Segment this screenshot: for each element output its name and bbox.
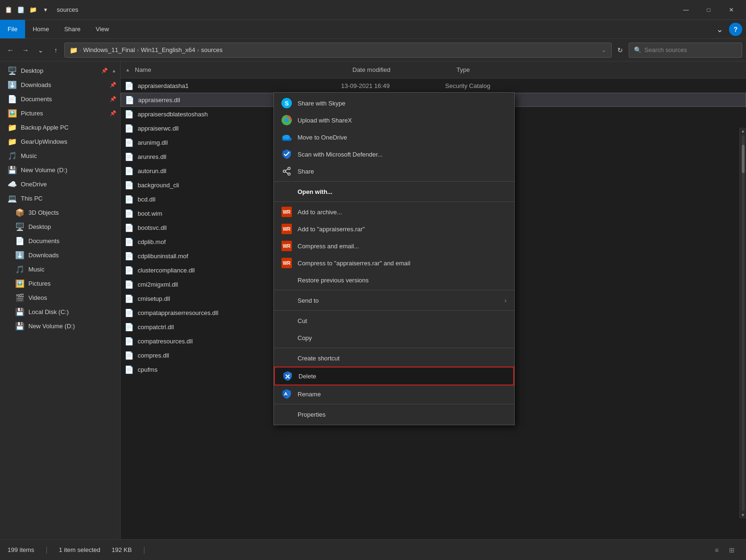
file-icon: 📄 [124, 110, 134, 119]
sidebar-item-pictures-quick[interactable]: 🖼️ Pictures 📌 [0, 106, 120, 120]
ctx-item-rename[interactable]: Rename [274, 385, 514, 402]
music-icon-quick: 🎵 [8, 151, 17, 160]
search-box[interactable]: 🔍 Search sources [629, 43, 742, 58]
ctx-item-copy[interactable]: Copy [274, 329, 514, 346]
svg-point-5 [282, 135, 287, 139]
nav-forward-button[interactable]: → [19, 44, 32, 57]
sidebar-item-downloads-pc[interactable]: ⬇️ Downloads [0, 248, 120, 262]
view-details-button[interactable]: ≡ [710, 543, 723, 557]
ctx-item-properties[interactable]: Properties [274, 406, 514, 423]
sidebar-item-music-pc[interactable]: 🎵 Music [0, 262, 120, 276]
sidebar-item-desktop-quick[interactable]: 🖥️ Desktop 📌 ▲ [0, 63, 120, 78]
col-header-name[interactable]: Name [131, 66, 349, 73]
ctx-item-cut[interactable]: Cut [274, 312, 514, 329]
ctx-item-restore-versions[interactable]: Restore previous versions [274, 271, 514, 289]
sidebar-label-videos: Videos [28, 294, 116, 301]
ctx-item-open-with[interactable]: Open with... [274, 183, 514, 200]
ctx-item-compress-email[interactable]: WR Compress and email... [274, 237, 514, 254]
nav-up-button[interactable]: ↑ [49, 44, 62, 57]
ctx-item-add-archive[interactable]: WR Add to archive... [274, 203, 514, 220]
sidebar-item-thispc[interactable]: 💻 This PC [0, 191, 120, 205]
file-icon: 📄 [124, 266, 134, 275]
minimize-button[interactable]: — [675, 2, 697, 18]
sidebar-item-backup[interactable]: 📁 Backup Apple PC [0, 120, 120, 134]
ctx-divider-1 [274, 181, 514, 182]
copy-icon [281, 332, 292, 343]
nav-back-button[interactable]: ← [4, 44, 17, 57]
path-arrow-2: › [197, 46, 199, 53]
sidebar-item-newvolume-quick[interactable]: 💾 New Volume (D:) [0, 163, 120, 177]
sidebar-item-onedrive[interactable]: ☁️ OneDrive [0, 177, 120, 191]
sidebar-item-3dobjects[interactable]: 📦 3D Objects [0, 205, 120, 219]
close-button[interactable]: ✕ [720, 2, 742, 18]
winrar-icon-4: WR [281, 258, 292, 268]
status-selected: 1 item selected [59, 546, 100, 553]
menu-view[interactable]: View [88, 20, 116, 38]
sidebar-item-documents-quick[interactable]: 📄 Documents 📌 [0, 92, 120, 106]
ctx-divider-5 [274, 348, 514, 348]
ctx-label-add-archive: Add to archive... [298, 209, 507, 216]
ctx-label-send-to: Send to [298, 297, 499, 304]
sidebar-label-documents: Documents [21, 96, 106, 103]
sidebar-item-newvolume-pc[interactable]: 💾 New Volume (D:) [0, 319, 120, 333]
ctx-item-share-skype[interactable]: S Share with Skype [274, 95, 514, 112]
scroll-up-button[interactable]: ▲ [740, 128, 746, 134]
defender-icon [281, 149, 292, 159]
ctx-label-create-shortcut: Create shortcut [298, 355, 507, 362]
ctx-divider-2 [274, 201, 514, 202]
cut-icon [281, 315, 292, 326]
sidebar-item-gearup[interactable]: 📁 GearUpWindows [0, 134, 120, 149]
ctx-item-upload-sharex[interactable]: Upload with ShareX [274, 112, 514, 129]
file-icon: 📄 [124, 166, 134, 175]
window-title: sources [55, 6, 675, 13]
sidebar-item-documents-pc[interactable]: 📄 Documents [0, 234, 120, 248]
sidebar-item-localdisk[interactable]: 💾 Local Disk (C:) [0, 305, 120, 319]
menu-help-button[interactable]: ? [729, 23, 742, 36]
address-path[interactable]: 📁 · Windows_11_Final › Win11_English_x64… [64, 43, 612, 58]
search-icon: 🔍 [634, 46, 641, 53]
path-dropdown-icon[interactable]: ⌄ [601, 46, 606, 53]
col-header-date[interactable]: Date modified [349, 66, 453, 73]
restore-button[interactable]: □ [698, 2, 720, 18]
ctx-item-move-onedrive[interactable]: Move to OneDrive [274, 129, 514, 146]
ctx-item-compress-rar-email[interactable]: WR Compress to "appraiserres.rar" and em… [274, 254, 514, 271]
file-icon: 📄 [124, 138, 134, 147]
ctx-item-add-rar[interactable]: WR Add to "appraiserres.rar" [274, 220, 514, 237]
sidebar-label-localdisk: Local Disk (C:) [28, 308, 116, 315]
gearup-icon: 📁 [8, 137, 17, 146]
menu-expand-icon[interactable]: ⌄ [711, 21, 729, 37]
skype-icon: S [281, 98, 292, 108]
dropdown-icon[interactable]: ▾ [41, 5, 50, 15]
table-row[interactable]: 📄 appraiserdatasha1 13-09-2021 16:49 Sec… [121, 79, 746, 93]
documents-icon: 📄 [8, 95, 17, 104]
scroll-thumb[interactable] [742, 145, 745, 173]
menu-home[interactable]: Home [25, 20, 57, 38]
winrar-logo-2: WR [281, 224, 292, 234]
file-icon: 📄 [124, 237, 134, 246]
menu-share[interactable]: Share [57, 20, 88, 38]
status-divider-2: | [143, 546, 145, 554]
col-header-type[interactable]: Type [453, 66, 742, 73]
ctx-label-compress-email: Compress and email... [298, 243, 507, 250]
ctx-item-share[interactable]: Share [274, 163, 514, 180]
status-size: 192 KB [112, 546, 132, 553]
sidebar-item-music-quick[interactable]: 🎵 Music [0, 149, 120, 163]
ctx-item-scan-defender[interactable]: Scan with Microsoft Defender... [274, 146, 514, 163]
sidebar-item-downloads-quick[interactable]: ⬇️ Downloads 📌 [0, 78, 120, 92]
ctx-item-delete[interactable]: Delete [274, 367, 514, 385]
ctx-item-send-to[interactable]: Send to › [274, 292, 514, 309]
scroll-down-button[interactable]: ▼ [740, 512, 746, 518]
videos-icon: 🎬 [15, 293, 25, 302]
ctx-label-restore-versions: Restore previous versions [298, 277, 507, 284]
refresh-button[interactable]: ↻ [614, 44, 627, 57]
sidebar-item-pictures-pc[interactable]: 🖼️ Pictures [0, 276, 120, 290]
nav-recent-button[interactable]: ⌄ [34, 44, 47, 57]
view-tiles-button[interactable]: ⊞ [725, 543, 738, 557]
file-list-scrollbar[interactable]: ▲ ▼ [739, 128, 746, 518]
ctx-label-cut: Cut [298, 317, 507, 324]
sidebar-item-desktop-pc[interactable]: 🖥️ Desktop [0, 219, 120, 234]
ctx-item-create-shortcut[interactable]: Create shortcut [274, 350, 514, 367]
menu-file[interactable]: File [0, 20, 25, 38]
sidebar-item-videos[interactable]: 🎬 Videos [0, 290, 120, 305]
ctx-label-open-with: Open with... [298, 188, 507, 195]
